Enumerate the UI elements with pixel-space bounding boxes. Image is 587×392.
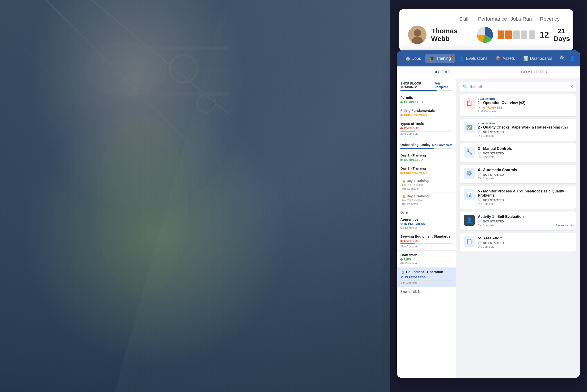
jobs-run-col-header: Jobs Run bbox=[507, 16, 536, 22]
skill-col-header: Skill bbox=[449, 16, 478, 22]
user-name: Thomas Webb bbox=[431, 27, 472, 42]
filling-label: Filling Fundamentals bbox=[400, 108, 452, 112]
skill-4-progress: 0% Complete bbox=[478, 177, 573, 180]
user-icon[interactable]: 👤 bbox=[569, 56, 575, 62]
section-shop-floor: SHOP FLOOR TRAINING: 70% Complete bbox=[397, 78, 456, 90]
skill-6-progress: 0% Complete bbox=[478, 224, 494, 227]
tools-status: OVERDUE bbox=[400, 126, 452, 130]
skill-4-status-icon: 📄 bbox=[478, 173, 481, 176]
brewing-progress: 28% Complete bbox=[400, 243, 452, 248]
sidebar-item-filling[interactable]: Filling Fundamentals ENDORSEMENT bbox=[397, 106, 456, 119]
skill-card-1[interactable]: 📋 EVALUATION 1 - Operation Overview (v2)… bbox=[460, 94, 576, 116]
craftsman-status-dot bbox=[400, 258, 403, 261]
skill-5-progress: 0% Complete bbox=[478, 202, 573, 206]
permits-status: COMPLETED bbox=[400, 100, 452, 104]
nav-assets-label: Assets bbox=[502, 56, 515, 61]
day3-status-text: Not Yet Available bbox=[402, 183, 452, 186]
nav-dashboards[interactable]: 📊 Dashboards bbox=[519, 54, 556, 63]
section-shop-floor-progress: 70% Complete bbox=[435, 82, 452, 89]
recency-col-header: Recency bbox=[535, 16, 564, 22]
skill-card-7[interactable]: 📋 5S Area Audit 📄 NOT STARTED 0% Complet… bbox=[460, 233, 576, 252]
permits-status-dot bbox=[400, 101, 403, 103]
nav-evaluations[interactable]: 👤 Evaluations bbox=[455, 54, 491, 63]
dashboards-icon: 📊 bbox=[523, 56, 528, 61]
skill-card-3[interactable]: 🔧 3 - Manual Controls 📄 NOT STARTED 0% C… bbox=[460, 144, 576, 162]
equipment-progress: 0% Complete bbox=[401, 280, 452, 284]
sidebar-item-tools[interactable]: Types of Tools OVERDUE 28% Complete bbox=[397, 119, 456, 138]
sidebar-item-permits[interactable]: Permits COMPLETED bbox=[397, 93, 456, 106]
tab-active[interactable]: ACTIVE bbox=[397, 66, 488, 78]
sidebar-item-craftsman[interactable]: Craftsman NEW 0% Complete bbox=[397, 251, 456, 268]
skills-search-input[interactable] bbox=[469, 85, 568, 89]
skill-6-icon: 👤 bbox=[464, 215, 475, 226]
nav-evaluations-label: Evaluations bbox=[466, 56, 487, 61]
skill-6-footer: 0% Complete Evaluation ↗ bbox=[478, 224, 573, 227]
skill-1-status-icon: ⟳ bbox=[478, 106, 480, 109]
external-skills-label: External Skills bbox=[397, 287, 456, 294]
user-info-card: Skill Performance Jobs Run Recency Thoma… bbox=[399, 9, 573, 51]
sidebar-item-apprentice[interactable]: Apprentice ⟳ IN PROGRESS 0% Complete bbox=[397, 215, 456, 232]
nav-training[interactable]: 🎓 Training bbox=[425, 54, 455, 63]
pie-chart bbox=[477, 27, 493, 43]
search-icon[interactable]: 🔍 bbox=[559, 56, 566, 62]
training-icon: 🎓 bbox=[429, 56, 434, 61]
brewing-status: OVERDUE bbox=[400, 239, 452, 242]
day1-label: Day 1 - Training bbox=[400, 153, 452, 157]
skills-panel: 🔍 ✕ 📋 EVALUATION 1 - Operation Overview … bbox=[456, 78, 580, 378]
performance-col-header: Performance bbox=[478, 16, 507, 22]
equipment-status-icon: ⟳ bbox=[401, 276, 404, 279]
performance-bars bbox=[498, 30, 535, 39]
apprentice-label: Apprentice bbox=[400, 218, 452, 221]
apprentice-status-icon: ⟳ bbox=[400, 222, 403, 226]
sidebar-item-day4[interactable]: 🔒 Day 4 Training Not Yet Available 0% Co… bbox=[397, 192, 456, 208]
tools-progress: 28% Complete bbox=[400, 130, 452, 136]
evaluation-link[interactable]: Evaluation ↗ bbox=[555, 224, 573, 227]
section-onboarding-progress: 65% Complete bbox=[432, 143, 452, 147]
skill-2-tag: EVALUATION bbox=[478, 122, 573, 125]
sidebar-item-brewing[interactable]: Brewing Equipment Standards OVERDUE 28% … bbox=[397, 232, 456, 251]
skill-7-status-icon: 📄 bbox=[478, 241, 481, 245]
skill-card-6[interactable]: 👤 Activity 1 - Self Evaluation 📄 NOT STA… bbox=[460, 212, 576, 230]
skill-7-title: 5S Area Audit bbox=[478, 236, 573, 240]
sidebar-item-day3[interactable]: 🔒 Day 3 Training Not Yet Available 0% Co… bbox=[397, 177, 456, 192]
skill-2-icon: ✅ bbox=[464, 122, 475, 133]
skill-card-4[interactable]: ⚙️ 4 - Automatic Controls 📄 NOT STARTED … bbox=[460, 165, 576, 183]
skill-4-status: 📄 NOT STARTED bbox=[478, 173, 573, 176]
sidebar-item-day2[interactable]: Day 2 - Training ENDORSEMENT bbox=[397, 164, 456, 177]
tab-completed[interactable]: COMPLETED bbox=[488, 66, 580, 78]
skill-2-title: 2 - Quality Checks, Paperwork & Housekee… bbox=[478, 125, 573, 130]
recency-value: 21 Days bbox=[553, 27, 570, 42]
skill-4-title: 4 - Automatic Controls bbox=[478, 168, 573, 172]
section-onboarding-title: Onboarding - 30day bbox=[400, 143, 430, 147]
nav-assets[interactable]: 📦 Assets bbox=[491, 54, 519, 63]
sidebar-item-equipment[interactable]: 🖥 Equipment - Operation ⟳ IN PROGRESS 0%… bbox=[397, 268, 456, 287]
day2-status-dot bbox=[400, 172, 403, 174]
assets-icon: 📦 bbox=[495, 56, 501, 61]
perf-bar-2 bbox=[505, 30, 512, 39]
perf-bar-3 bbox=[513, 30, 520, 39]
skill-2-status-icon: 📄 bbox=[478, 130, 481, 134]
section-shop-floor-title: SHOP FLOOR TRAINING: bbox=[400, 82, 435, 89]
skill-3-status: 📄 NOT STARTED bbox=[478, 152, 573, 155]
search-clear-icon[interactable]: ✕ bbox=[570, 84, 573, 89]
skill-card-2[interactable]: ✅ EVALUATION 2 - Quality Checks, Paperwo… bbox=[460, 119, 576, 141]
skill-6-status: 📄 NOT STARTED bbox=[478, 220, 573, 223]
day2-label: Day 2 - Training bbox=[400, 166, 452, 170]
skill-4-icon: ⚙️ bbox=[464, 168, 475, 179]
avatar bbox=[408, 26, 427, 44]
sidebar-item-day1[interactable]: Day 1 - Training COMPLETED bbox=[397, 151, 456, 164]
home-icon: 🏠 bbox=[405, 56, 410, 61]
main-content: SHOP FLOOR TRAINING: 70% Complete Permit… bbox=[397, 78, 580, 378]
skill-3-icon: 🔧 bbox=[464, 147, 475, 158]
skill-1-status: ⟳ IN PROGRESS bbox=[478, 106, 573, 109]
nav-training-label: Training bbox=[436, 56, 451, 61]
equipment-tab-icon: 🖥 bbox=[401, 270, 404, 274]
svg-point-12 bbox=[414, 29, 421, 37]
permits-label: Permits bbox=[400, 96, 452, 100]
skill-3-status-icon: 📄 bbox=[478, 152, 481, 155]
tools-label: Types of Tools bbox=[400, 122, 452, 126]
skill-card-5[interactable]: 📊 5 - Monitor Process & Troubleshoot Bas… bbox=[460, 186, 576, 209]
equipment-status: ⟳ IN PROGRESS bbox=[401, 276, 452, 279]
nav-jobs[interactable]: 🏠 Jobs bbox=[401, 54, 425, 63]
skill-4-content: 4 - Automatic Controls 📄 NOT STARTED 0% … bbox=[478, 168, 573, 180]
